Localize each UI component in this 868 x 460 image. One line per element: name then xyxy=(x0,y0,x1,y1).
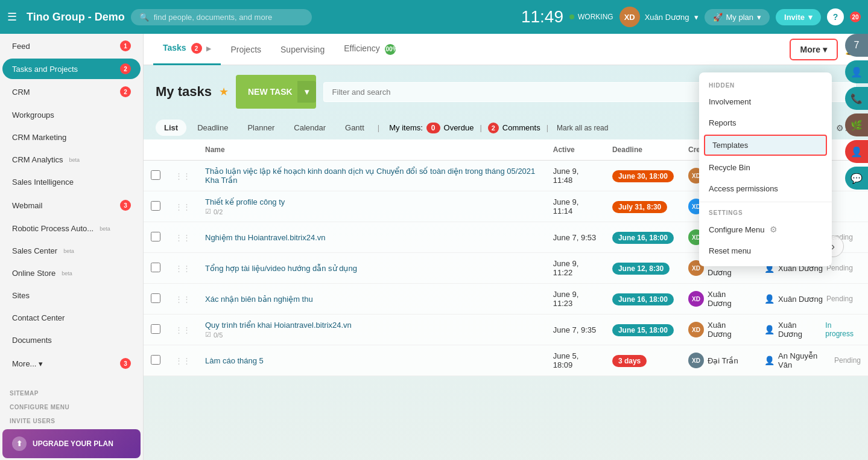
main-layout: Feed 1 Tasks and Projects 2 CRM 2 Workgr… xyxy=(0,34,868,460)
sidebar-item-webmail[interactable]: Webmail 3 xyxy=(2,194,141,217)
view-tab-gantt[interactable]: Gantt xyxy=(337,120,373,136)
created-by-cell: XD Đại Trần xyxy=(688,353,750,368)
invite-dropdown-icon: ▾ xyxy=(808,13,813,22)
tab-efficiency[interactable]: Efficiency 100% xyxy=(334,34,405,65)
sidebar-item-online-store[interactable]: Online Store beta xyxy=(2,263,141,284)
mark-read-button[interactable]: Mark all as read xyxy=(557,124,608,132)
side-btn-person[interactable]: 👤 xyxy=(845,60,868,83)
task-name-link[interactable]: Thảo luận việc lập kế hoạch kinh doanh d… xyxy=(205,167,535,185)
configure-label: CONFIGURE MENU xyxy=(0,399,143,413)
cell-drag: ⋮⋮ xyxy=(168,191,198,222)
invite-label: INVITE USERS xyxy=(0,413,143,427)
sidebar-item-sites[interactable]: Sites xyxy=(2,285,141,306)
robotic-beta: beta xyxy=(100,226,110,232)
reports-label: Reports xyxy=(709,118,737,127)
feed-label: Feed xyxy=(12,42,30,51)
drag-handle[interactable]: ⋮⋮ xyxy=(175,295,191,304)
row-checkbox[interactable] xyxy=(151,324,160,334)
search-input[interactable] xyxy=(154,13,287,22)
row-checkbox[interactable] xyxy=(151,201,160,211)
tab-tasks[interactable]: Tasks 2 ▶ xyxy=(153,34,221,65)
task-name-link[interactable]: Quy trình triển khai Hoiantravel.bitrix2… xyxy=(205,321,352,330)
dropdown-item-recycle[interactable]: Recycle Bin xyxy=(699,157,832,178)
invite-button[interactable]: Invite ▾ xyxy=(776,9,821,25)
sidebar-item-crm-marketing[interactable]: CRM Marketing xyxy=(2,127,141,148)
sidebar-item-crm[interactable]: CRM 2 xyxy=(2,80,141,103)
task-name-link[interactable]: Nghiệm thu Hoiantravel.bitrix24.vn xyxy=(205,233,325,242)
task-name-link[interactable]: Xác nhận biên bản nghiệm thu xyxy=(205,295,313,304)
side-btn-person-red[interactable]: 👤 xyxy=(845,140,868,163)
hamburger-icon[interactable]: ☰ xyxy=(7,10,17,24)
sidebar-item-robotic[interactable]: Robotic Process Auto... beta xyxy=(2,218,141,239)
row-checkbox[interactable] xyxy=(151,170,160,180)
sidebar-item-sales-intelligence[interactable]: Sales Intelligence xyxy=(2,171,141,193)
side-btn-phone[interactable]: 📞 xyxy=(845,87,868,110)
drag-handle[interactable]: ⋮⋮ xyxy=(175,202,191,211)
dropdown-item-reset[interactable]: Reset menu xyxy=(699,240,832,261)
sidebar-item-documents[interactable]: Documents xyxy=(2,330,141,351)
task-name-link[interactable]: Làm cáo tháng 5 xyxy=(205,356,264,365)
new-task-button[interactable]: NEW TASK ▾ xyxy=(236,75,316,109)
dropdown-item-access[interactable]: Access permissions xyxy=(699,178,832,199)
responsible-cell: 👤 Xuân Dương In progress xyxy=(764,321,861,339)
cell-created: XD Xuân Dương xyxy=(681,315,757,345)
drag-handle[interactable]: ⋮⋮ xyxy=(175,233,191,242)
sidebar-item-crm-analytics[interactable]: CRM Analytics beta xyxy=(2,149,141,170)
global-search[interactable]: 🔍 xyxy=(131,9,312,25)
responsible-name: Xuân Dương xyxy=(778,321,822,339)
dropdown-divider xyxy=(699,202,832,202)
sidebar-item-more[interactable]: More... ▾ 3 xyxy=(2,352,141,375)
view-tab-calendar[interactable]: Calendar xyxy=(285,120,334,136)
search-icon: 🔍 xyxy=(139,13,149,22)
created-name: Xuân Dương xyxy=(708,290,750,308)
tab-efficiency-label: Efficiency xyxy=(344,43,380,53)
row-checkbox[interactable] xyxy=(151,355,160,365)
cell-drag: ⋮⋮ xyxy=(168,315,198,345)
row-checkbox[interactable] xyxy=(151,293,160,303)
more-button[interactable]: More ▾ xyxy=(790,39,838,60)
dropdown-item-involvement[interactable]: Involvement xyxy=(699,91,832,112)
notification-badge[interactable]: 20 xyxy=(850,11,861,22)
working-dot xyxy=(569,14,574,19)
view-tab-list[interactable]: List xyxy=(156,120,186,136)
deadline-badge: 3 days xyxy=(612,355,647,367)
view-tab-planner[interactable]: Planner xyxy=(239,120,283,136)
robotic-label: Robotic Process Auto... xyxy=(12,224,93,233)
cell-drag: ⋮⋮ xyxy=(168,345,198,376)
task-name-link[interactable]: Thiết kế profile công ty xyxy=(205,197,285,206)
drag-handle[interactable]: ⋮⋮ xyxy=(175,356,191,365)
tasks-label: Tasks and Projects xyxy=(12,65,78,74)
working-status[interactable]: WORKING xyxy=(569,13,613,21)
tab-projects[interactable]: Projects xyxy=(221,35,271,64)
drag-handle[interactable]: ⋮⋮ xyxy=(175,325,191,334)
side-btn-7[interactable]: 7 xyxy=(845,34,868,57)
table-row: ⋮⋮ Quy trình triển khai Hoiantravel.bitr… xyxy=(144,315,868,345)
user-profile[interactable]: XD Xuân Dương ▾ xyxy=(619,7,699,27)
star-icon[interactable]: ★ xyxy=(219,85,229,98)
deadline-badge: June 15, 18:00 xyxy=(612,324,674,336)
side-btn-photo[interactable]: 🌿 xyxy=(845,113,868,136)
view-tab-deadline[interactable]: Deadline xyxy=(189,120,236,136)
help-button[interactable]: ? xyxy=(827,8,844,25)
row-checkbox[interactable] xyxy=(151,263,160,272)
my-plan-button[interactable]: 🚀 My plan ▾ xyxy=(705,9,770,25)
task-name-link[interactable]: Tổng hợp tài liệu/video hướng dẫn sử dụn… xyxy=(205,264,357,273)
upgrade-plan-button[interactable]: ⬆ UPGRADE YOUR PLAN xyxy=(2,429,141,458)
tab-supervising[interactable]: Supervising xyxy=(271,35,334,64)
drag-handle[interactable]: ⋮⋮ xyxy=(175,264,191,273)
row-checkbox[interactable] xyxy=(151,232,160,241)
new-task-arrow[interactable]: ▾ xyxy=(297,81,316,103)
drag-handle[interactable]: ⋮⋮ xyxy=(175,171,191,180)
responsible-icon: 👤 xyxy=(764,356,775,365)
more-label: More... ▾ xyxy=(12,359,43,368)
dropdown-item-configure[interactable]: Configure Menu ⚙ xyxy=(699,219,832,240)
side-btn-chat[interactable]: 💬 xyxy=(845,167,868,190)
sidebar-item-feed[interactable]: Feed 1 xyxy=(2,34,141,57)
sidebar-item-sales-center[interactable]: Sales Center beta xyxy=(2,240,141,261)
cell-deadline: June 16, 18:00 xyxy=(605,284,681,315)
dropdown-item-templates[interactable]: Templates xyxy=(704,135,827,156)
sidebar-item-tasks[interactable]: Tasks and Projects 2 xyxy=(2,59,141,79)
dropdown-item-reports[interactable]: Reports xyxy=(699,112,832,133)
sidebar-item-workgroups[interactable]: Workgroups xyxy=(2,104,141,126)
sidebar-item-contact-center[interactable]: Contact Center xyxy=(2,307,141,328)
